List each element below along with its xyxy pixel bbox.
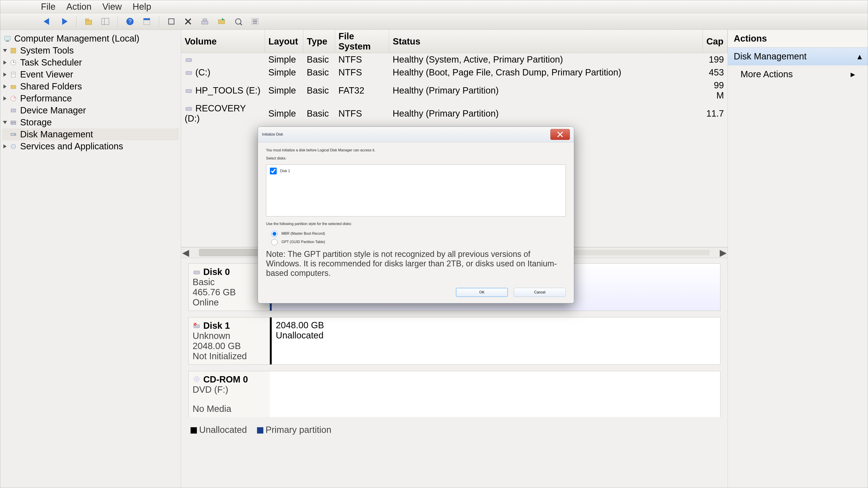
up-button[interactable] (82, 15, 95, 28)
dialog-titlebar[interactable]: Initialize Disk (258, 127, 574, 142)
initialize-disk-dialog[interactable]: Initialize Disk You must initialize a di… (258, 127, 574, 303)
svg-text:?: ? (128, 18, 131, 25)
col-type[interactable]: Type (303, 30, 335, 53)
disk-icon (193, 268, 201, 276)
tree-system-tools[interactable]: System Tools (2, 44, 179, 57)
disk-state: No Media (193, 404, 266, 414)
tree-storage[interactable]: Storage (2, 116, 179, 128)
back-button[interactable] (41, 15, 54, 28)
action-button[interactable] (215, 15, 228, 28)
cell: Simple (265, 102, 303, 125)
disk-size: 2048.00 GB (193, 341, 266, 351)
console-tree[interactable]: Computer Management (Local) System Tools… (0, 30, 181, 488)
table-row[interactable]: Simple Basic NTFS Healthy (System, Activ… (181, 53, 727, 66)
show-hide-tree-button[interactable] (99, 15, 112, 28)
partition-strip[interactable]: 2048.00 GB Unallocated (270, 318, 720, 364)
tree-label: System Tools (20, 45, 74, 56)
expand-icon[interactable] (3, 144, 6, 149)
expand-icon[interactable] (3, 72, 6, 76)
svg-rect-43 (186, 90, 192, 93)
svg-rect-14 (203, 19, 207, 21)
table-row[interactable]: (C:) Simple Basic NTFS Healthy (Boot, Pa… (181, 66, 727, 79)
tree-task-scheduler[interactable]: Task Scheduler (2, 57, 179, 68)
collapse-icon[interactable]: ▴ (857, 51, 862, 61)
tree-disk-management[interactable]: Disk Management (2, 128, 179, 140)
legend-chip-unallocated (191, 427, 197, 433)
menu-file[interactable]: File (41, 2, 55, 12)
cancel-button[interactable]: Cancel (514, 288, 566, 297)
table-row[interactable]: HP_TOOLS (E:) Simple Basic FAT32 Healthy… (181, 79, 727, 102)
delete-button[interactable] (182, 15, 194, 28)
actions-more[interactable]: More Actions ▸ (728, 65, 868, 83)
partition-unallocated[interactable]: 2048.00 GB Unallocated (270, 318, 720, 364)
close-button[interactable] (550, 129, 570, 140)
col-volume[interactable]: Volume (181, 30, 265, 53)
disk-check-item[interactable]: Disk 1 (269, 167, 563, 175)
svg-rect-2 (86, 20, 92, 25)
scroll-left-icon[interactable]: ◀ (181, 248, 190, 258)
disk-info: Disk 1 Unknown 2048.00 GB Not Initialize… (188, 318, 270, 364)
tree-services-apps[interactable]: Services and Applications (2, 140, 179, 152)
radio-mbr-input[interactable] (271, 231, 278, 237)
disk-select-list[interactable]: Disk 1 (266, 164, 566, 217)
cell: Healthy (Primary Partition) (389, 79, 703, 102)
menu-action[interactable]: Action (66, 2, 91, 12)
col-status[interactable]: Status (389, 30, 703, 53)
radio-gpt-label: GPT (GUID Partition Table) (281, 240, 325, 244)
menu-view[interactable]: View (102, 2, 122, 12)
tree-event-viewer[interactable]: Event Viewer (2, 68, 179, 80)
rescan-button[interactable] (198, 15, 211, 28)
svg-rect-13 (202, 21, 208, 24)
svg-rect-9 (144, 18, 150, 20)
actions-group[interactable]: Disk Management ▴ (728, 47, 868, 65)
volume-icon (185, 105, 193, 113)
disk-state: Not Initialized (193, 351, 266, 361)
clock-icon (9, 59, 18, 67)
tree-label: Device Manager (20, 105, 86, 116)
disk-checkbox[interactable] (270, 168, 277, 174)
radio-gpt[interactable]: GPT (GUID Partition Table) (270, 238, 566, 246)
cell: RECOVERY (D:) (185, 103, 246, 123)
device-icon (9, 106, 18, 115)
radio-gpt-input[interactable] (271, 239, 278, 246)
partition-style-radios: MBR (Master Boot Record) GPT (GUID Parti… (270, 230, 566, 246)
svg-rect-45 (194, 271, 199, 274)
expand-icon[interactable] (3, 49, 7, 52)
tree-root-label: Computer Management (Local) (14, 33, 140, 43)
close-icon (557, 131, 563, 138)
table-row[interactable]: RECOVERY (D:) Simple Basic NTFS Healthy … (181, 102, 727, 125)
tree-shared-folders[interactable]: Shared Folders (2, 80, 179, 92)
col-layout[interactable]: Layout (265, 30, 303, 53)
cell: NTFS (335, 66, 389, 79)
col-filesystem[interactable]: File System (335, 30, 389, 53)
part-state: Unallocated (276, 330, 716, 340)
scroll-right-icon[interactable]: ▶ (719, 248, 727, 258)
help-button[interactable]: ? (124, 15, 136, 28)
disk-row-cd[interactable]: CD-ROM 0 DVD (F:) No Media (188, 371, 720, 417)
tree-label: Services and Applications (20, 141, 123, 151)
menu-help[interactable]: Help (133, 2, 151, 12)
tree-root[interactable]: Computer Management (Local) (2, 33, 179, 44)
forward-button[interactable] (58, 15, 70, 28)
disk-row-1[interactable]: Disk 1 Unknown 2048.00 GB Not Initialize… (188, 317, 720, 365)
tree-device-manager[interactable]: Device Manager (2, 104, 179, 116)
expand-icon[interactable] (3, 61, 6, 65)
expand-icon[interactable] (3, 121, 7, 124)
cell: NTFS (335, 102, 389, 125)
cell: Healthy (System, Active, Primary Partiti… (389, 53, 703, 66)
separator-icon (118, 16, 118, 27)
svg-marker-0 (43, 18, 49, 25)
refresh-button[interactable] (165, 15, 178, 28)
tree-performance[interactable]: Performance (2, 92, 179, 104)
ok-button[interactable]: OK (456, 288, 508, 297)
svg-rect-42 (186, 71, 192, 74)
radio-mbr[interactable]: MBR (Master Boot Record) (270, 230, 566, 237)
properties-button[interactable] (141, 15, 153, 28)
expand-icon[interactable] (3, 96, 6, 101)
more-button[interactable] (249, 15, 261, 28)
disk-size: 465.76 GB (193, 287, 266, 297)
disk-title: CD-ROM 0 (203, 375, 248, 384)
col-capacity[interactable]: Cap (703, 30, 727, 53)
view-settings-button[interactable] (232, 15, 245, 28)
expand-icon[interactable] (3, 85, 6, 89)
